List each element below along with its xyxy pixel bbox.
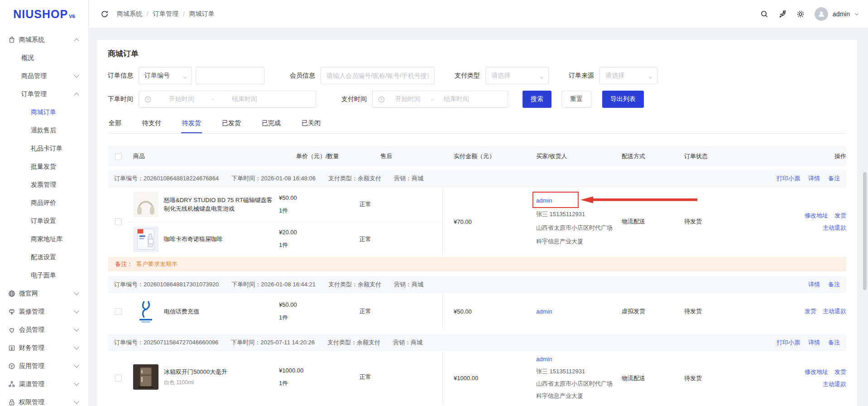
order-amount: ¥1000.00 <box>443 351 529 405</box>
filter-row-1: 订单信息 订单编号 会员信息 支付类型 请选择 订单来源 请选 <box>108 67 846 84</box>
product-name[interactable]: 咖啡卡布奇诺猫屎咖啡 <box>164 235 275 243</box>
search-icon[interactable] <box>760 10 768 18</box>
sidebar-item[interactable]: 概况 <box>0 49 88 67</box>
sidebar-item[interactable]: 装修管理 <box>0 303 88 321</box>
buyer-name-link[interactable]: admin <box>536 197 552 204</box>
tab[interactable]: 全部 <box>108 115 122 133</box>
sidebar-item[interactable]: 退款售后 <box>0 121 88 140</box>
sidebar-item[interactable]: 渠道管理 <box>0 375 88 393</box>
breadcrumb-item[interactable]: 商城订单 <box>189 10 215 18</box>
sidebar-item[interactable]: 电子面单 <box>0 266 88 285</box>
order-header-link[interactable]: 备注 <box>828 280 840 289</box>
chevron-icon <box>74 38 79 43</box>
tab[interactable]: 待支付 <box>141 115 162 133</box>
product-qty: 1件 <box>279 241 343 249</box>
breadcrumb-item[interactable]: 商城系统 <box>117 10 142 18</box>
brand-logo[interactable]: NIUSHOP V6 <box>0 0 88 28</box>
refresh-icon[interactable] <box>101 10 109 18</box>
buyer-address: 山西省太原市小店区时代广场 <box>536 379 622 388</box>
buyer-address: 山西省太原市小店区时代广场 <box>536 223 622 232</box>
order-keyword-input[interactable] <box>196 67 264 84</box>
order-time-range[interactable]: 开始时间 - 结束时间 <box>139 91 316 108</box>
sidebar-item[interactable]: 商品管理 <box>0 67 88 85</box>
order-header-link[interactable]: 详情 <box>808 174 820 183</box>
sidebar-item[interactable]: 订单管理 <box>0 85 88 103</box>
scrollbar-thumb[interactable] <box>863 172 867 290</box>
order-checkbox[interactable] <box>115 308 122 315</box>
order-checkbox[interactable] <box>115 218 122 225</box>
pay-type-label: 支付类型 <box>455 72 480 80</box>
tab[interactable]: 已关闭 <box>301 115 321 133</box>
sidebar-item[interactable]: 商城订单 <box>0 103 88 121</box>
order-header-link[interactable]: 详情 <box>808 280 820 289</box>
col-header-price: 单价（元）/数量 <box>296 152 339 160</box>
product-name[interactable]: 电信话费充值 <box>164 307 275 316</box>
order-action-link[interactable]: 修改地址 <box>805 212 828 220</box>
sidebar-item[interactable]: 发票管理 <box>0 176 88 194</box>
order-action-link[interactable]: 主动退款 <box>823 224 846 232</box>
order-info-select[interactable]: 订单编号 <box>139 67 192 84</box>
order-header-link[interactable]: 备注 <box>828 174 840 183</box>
member-info-label: 会员信息 <box>290 72 315 80</box>
order-action-link[interactable]: 主动退款 <box>823 307 846 315</box>
sidebar-item[interactable]: 商城系统 <box>0 31 88 49</box>
order-header-link[interactable]: 打印小票 <box>777 338 800 347</box>
product-name[interactable]: 冰箱双开门50000大毫升 <box>164 367 275 376</box>
search-button[interactable]: 搜索 <box>523 91 551 108</box>
sidebar-item[interactable]: 商家地址库 <box>0 230 88 248</box>
sidebar: NIUSHOP V6 商城系统 概况 商品管理 <box>0 0 89 406</box>
sidebar-item[interactable]: 微官网 <box>0 285 88 303</box>
order-header-link[interactable]: 备注 <box>828 338 840 347</box>
app-root: NIUSHOP V6 商城系统 概况 商品管理 <box>0 0 868 406</box>
order-action-link[interactable]: 修改地址 <box>805 368 828 376</box>
tab[interactable]: 已发货 <box>221 115 242 133</box>
breadcrumb: 商城系统 / 订单管理 / 商城订单 <box>117 10 215 18</box>
brand-version: V6 <box>69 14 75 19</box>
order-action-link[interactable]: 发货 <box>834 368 846 376</box>
buyer-name-link[interactable]: admin <box>536 356 552 362</box>
order-header-link[interactable]: 详情 <box>808 338 820 347</box>
breadcrumb-item[interactable]: 订单管理 <box>153 10 178 18</box>
avatar[interactable] <box>815 7 828 21</box>
tab[interactable]: 已完成 <box>261 115 282 133</box>
sidebar-item[interactable]: 礼品卡订单 <box>0 140 88 158</box>
user-name[interactable]: admin <box>833 10 850 18</box>
sidebar-item[interactable]: 权限管理 <box>0 393 88 406</box>
product-aftersale: 正常 <box>343 373 442 381</box>
sidebar-item[interactable]: 应用管理 <box>0 357 88 375</box>
order-header: 订单编号：20260108648818224676864 下单时间：2026-0… <box>108 170 846 187</box>
table-header: 商品 单价（元）/数量 售后 实付金额（元） 买家/收货人 配送方式 订单状态 … <box>108 146 846 166</box>
sidebar-item[interactable]: 订单设置 <box>0 212 88 230</box>
reset-button[interactable]: 重置 <box>561 91 591 108</box>
order-remark: 备注： 客户要求发顺丰 <box>108 257 846 271</box>
order-action-link[interactable]: 发货 <box>834 212 846 220</box>
filter-row-2: 下单时间 开始时间 - 结束时间 支付时间 开始时间 - 结束时间 搜索 <box>108 91 846 108</box>
buyer-contact: 张三 15135112931 <box>536 367 622 376</box>
export-button[interactable]: 导出列表 <box>602 91 644 108</box>
sidebar-item[interactable]: 批量发货 <box>0 158 88 176</box>
share-icon <box>8 381 15 388</box>
buyer-name-link[interactable]: admin <box>536 308 552 315</box>
tab[interactable]: 待发货 <box>181 115 202 133</box>
member-search-input[interactable] <box>321 67 435 84</box>
rocket-icon[interactable] <box>778 10 786 18</box>
order-time: 下单时间：2026-01-08 16:44:21 <box>231 280 316 289</box>
product-name[interactable]: 怒喵&DRY STUDIO BD 75 RT磁轴键盘客制化无线机械键盘电竞游戏 <box>164 196 275 213</box>
order-header-link[interactable]: 打印小票 <box>777 174 800 183</box>
product-aftersale: 正常 <box>343 235 442 243</box>
sidebar-item[interactable]: 会员管理 <box>0 321 88 339</box>
sidebar-item[interactable]: 配送设置 <box>0 248 88 266</box>
order-action-link[interactable]: 发货 <box>805 307 816 315</box>
select-all-checkbox[interactable] <box>115 153 122 160</box>
caret-down-icon[interactable] <box>854 12 859 16</box>
order-source-select[interactable]: 请选择 <box>599 67 657 84</box>
order-time: 下单时间：2025-07-11 14:20:26 <box>231 338 315 347</box>
gear-icon[interactable] <box>796 10 805 18</box>
order-action-link[interactable]: 主动退款 <box>823 380 846 388</box>
order-checkbox[interactable] <box>115 375 122 382</box>
sidebar-item[interactable]: 财务管理 <box>0 339 88 357</box>
pay-time-range[interactable]: 开始时间 - 结束时间 <box>372 91 508 108</box>
sidebar-item[interactable]: 商品评价 <box>0 194 88 212</box>
status-tabs: 全部 待支付 待发货 已发货 已完成 已关闭 <box>108 115 846 134</box>
pay-type-select[interactable]: 请选择 <box>485 67 549 84</box>
